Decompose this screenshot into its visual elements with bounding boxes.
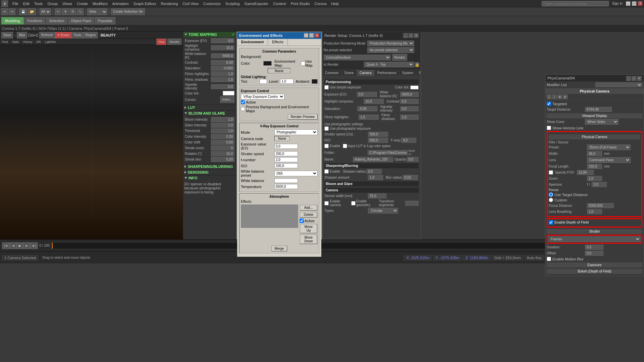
- wb-swatch[interactable]: [274, 178, 298, 183]
- env-use-map-check[interactable]: [301, 61, 305, 66]
- lut-log-check[interactable]: [343, 144, 347, 148]
- menu-game-exporter[interactable]: GameExporter: [242, 1, 271, 6]
- process-bg-check[interactable]: [241, 107, 245, 111]
- merge-btn[interactable]: Merge: [271, 246, 287, 251]
- tab-populate[interactable]: Populate: [95, 17, 115, 24]
- use-target-radio[interactable]: [549, 192, 553, 197]
- lens-breathing-input[interactable]: [587, 209, 602, 214]
- mode-select[interactable]: Production Rendering Mode: [367, 41, 414, 46]
- use-photo-check[interactable]: [324, 126, 329, 131]
- setup-tab-system[interactable]: System: [399, 70, 416, 76]
- lut-enable-check[interactable]: [324, 144, 329, 148]
- vp-tab-stats[interactable]: Stats: [10, 40, 21, 44]
- menu-content[interactable]: Content: [271, 1, 288, 6]
- bloom-input-4[interactable]: [211, 140, 234, 145]
- menu-group[interactable]: Group: [45, 1, 60, 6]
- fstop-input[interactable]: [401, 138, 416, 143]
- redo-btn[interactable]: ↪: [9, 8, 15, 15]
- tab-selection[interactable]: Selection: [46, 17, 67, 24]
- specify-fov-check[interactable]: [549, 170, 553, 175]
- enable-mb-check[interactable]: [547, 257, 551, 261]
- sensor-input[interactable]: [368, 193, 386, 198]
- phys-close[interactable]: ✕: [637, 76, 642, 81]
- menu-file[interactable]: File: [10, 1, 21, 6]
- menu-tools[interactable]: Tools: [32, 1, 45, 6]
- bloom-input-7[interactable]: [211, 157, 234, 162]
- vray-ev-input[interactable]: [274, 144, 298, 149]
- rotate-btn[interactable]: ↻: [69, 8, 76, 15]
- width-input[interactable]: [587, 151, 602, 156]
- bokeh-type-select[interactable]: Circular: [368, 208, 398, 214]
- phys-tool-4[interactable]: ⊘: [563, 95, 568, 99]
- vp-tab-history[interactable]: History: [21, 40, 35, 44]
- tint-swatch[interactable]: [260, 79, 267, 84]
- lut-name-input[interactable]: [353, 157, 393, 162]
- lut-folder-input[interactable]: [368, 150, 408, 155]
- vray-shutter-input[interactable]: [274, 151, 298, 156]
- to-render-select[interactable]: Quad 4 - Top: [364, 62, 414, 67]
- setup-tab-performance[interactable]: Performance: [375, 70, 399, 76]
- curves-editor-btn[interactable]: Editor...: [220, 96, 234, 103]
- lut-section[interactable]: LUT: [183, 105, 236, 110]
- menu-civil-view[interactable]: Civil View: [180, 1, 201, 6]
- phys-tool-2[interactable]: ↕: [552, 95, 557, 99]
- setup-sat-input[interactable]: [357, 106, 377, 111]
- focal-length-input[interactable]: [587, 164, 602, 169]
- menu-customize[interactable]: Customize: [201, 1, 223, 6]
- tone-input-0[interactable]: [211, 38, 234, 43]
- env-none-label[interactable]: None: [268, 68, 290, 73]
- enable-camera-check[interactable]: [324, 201, 329, 205]
- denoising-section[interactable]: DENOISING: [183, 169, 236, 175]
- to-render-lock[interactable]: 🔒: [415, 62, 419, 67]
- phys-tool-3[interactable]: ⊕: [557, 95, 562, 99]
- use-simple-exp-check[interactable]: [324, 85, 329, 89]
- setup-restore[interactable]: □: [409, 33, 413, 38]
- render-btn-vp[interactable]: Render: [167, 39, 181, 45]
- modifier-list-select[interactable]: [595, 82, 642, 87]
- setup-filmh-input[interactable]: [359, 115, 379, 120]
- info-section-header[interactable]: INFO: [183, 175, 236, 181]
- selection-filter[interactable]: All: [40, 8, 51, 15]
- color-tint-swatch[interactable]: [223, 91, 234, 96]
- vray-mode-select[interactable]: Photographic: [274, 129, 318, 135]
- vp-region-btn[interactable]: Region: [83, 32, 98, 39]
- tone-input-1[interactable]: [211, 45, 234, 50]
- renderer-select[interactable]: CoronaRenderer: [324, 55, 391, 60]
- bloom-input-6[interactable]: [211, 151, 234, 156]
- setup-close[interactable]: ✕: [414, 33, 419, 38]
- phys-restore[interactable]: □: [632, 76, 636, 81]
- autokey-status[interactable]: Auto Key: [525, 255, 544, 260]
- setup-tab-common[interactable]: Common: [322, 70, 342, 76]
- phys-minimize[interactable]: _: [626, 76, 631, 81]
- env-tab-effects[interactable]: Effects: [268, 39, 287, 46]
- setup-ev-input[interactable]: [357, 92, 377, 97]
- setup-tab-scene[interactable]: Scene: [342, 70, 357, 76]
- atm-active-check[interactable]: [300, 219, 304, 223]
- sharpen-radius-input[interactable]: [367, 169, 382, 174]
- bloom-input-0[interactable]: [211, 117, 234, 122]
- prev-key-btn[interactable]: |◄: [2, 242, 10, 249]
- env-minimize[interactable]: _: [304, 33, 309, 38]
- blur-radius-input[interactable]: [403, 175, 418, 180]
- close-btn[interactable]: ✕: [638, 1, 643, 6]
- add-effect-btn[interactable]: Add...: [300, 205, 317, 210]
- setup-contrast-input[interactable]: [400, 99, 419, 104]
- play-btn[interactable]: ▶: [17, 242, 23, 249]
- move-down-btn[interactable]: Move Down: [300, 235, 317, 244]
- vp-tab-lightmix[interactable]: LightMix: [43, 40, 58, 44]
- menu-corona[interactable]: Corona: [312, 1, 329, 6]
- tone-input-5[interactable]: [211, 71, 234, 76]
- open-btn[interactable]: 📂: [28, 8, 36, 15]
- focus-dist-input[interactable]: [587, 203, 614, 208]
- view-select[interactable]: View: [87, 8, 107, 15]
- lens-select[interactable]: Command Pane: [587, 157, 631, 163]
- tone-mapping-section[interactable]: TONE MAPPING ✓: [183, 32, 236, 37]
- vray-iso-input[interactable]: [274, 163, 298, 168]
- env-close[interactable]: ✕: [315, 33, 319, 38]
- scale-btn[interactable]: ⤡: [77, 8, 84, 15]
- vp-erase-btn[interactable]: ✕ Erase: [55, 32, 71, 39]
- sharpen-enable-check[interactable]: [324, 169, 329, 174]
- vp-tab-dr[interactable]: DR: [35, 40, 43, 44]
- undo-btn[interactable]: ↩: [1, 8, 8, 15]
- env-restore[interactable]: □: [309, 33, 314, 38]
